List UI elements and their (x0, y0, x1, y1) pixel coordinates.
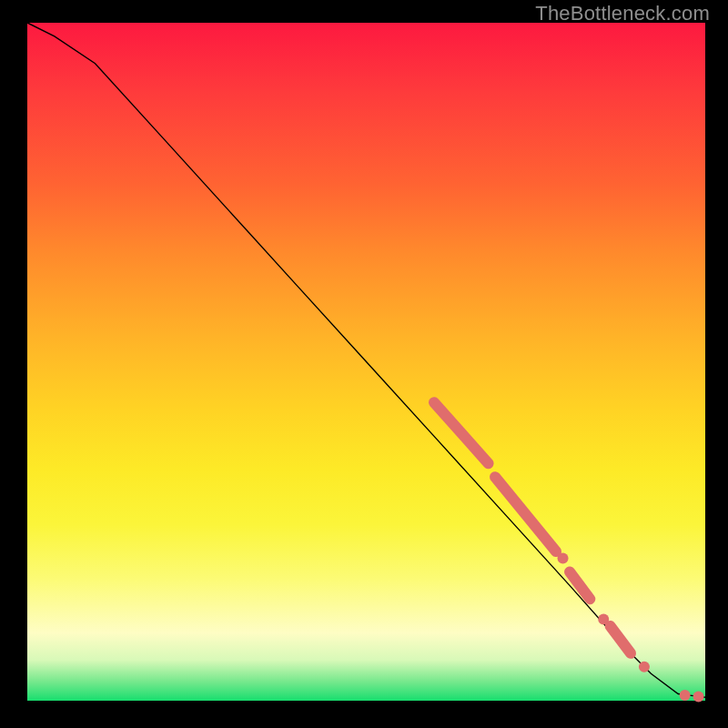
marker-dot (693, 692, 704, 703)
curve-line (27, 23, 705, 697)
marker-layer (434, 402, 704, 702)
marker-segment (611, 626, 631, 653)
marker-segment (434, 402, 489, 463)
marker-dot (639, 662, 650, 672)
marker-dot (558, 553, 569, 564)
chart-svg (27, 23, 705, 701)
marker-dot (680, 690, 691, 701)
chart-stage: TheBottleneck.com (0, 0, 728, 728)
plot-area (27, 23, 705, 701)
marker-segment (570, 571, 590, 599)
